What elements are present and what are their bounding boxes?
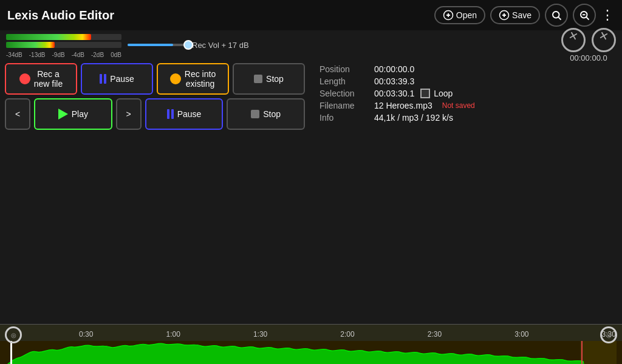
zoom-button[interactable] xyxy=(573,4,596,27)
tape-reel-left xyxy=(561,28,586,52)
info-label: Info xyxy=(320,113,368,123)
timeline-marker-5: 2:30 xyxy=(428,330,442,339)
selection-value: 00:03:30.1 xyxy=(374,89,414,98)
stop-bottom-icon xyxy=(251,110,259,118)
timeline-marker-6: 3:00 xyxy=(514,330,528,339)
main-area: Rec anew file Pause Rec intoexisting Sto… xyxy=(0,59,622,302)
timeline-marker-1: 0:30 xyxy=(79,330,93,339)
pause-bottom-button[interactable]: Pause xyxy=(145,98,224,130)
level-meter-svg xyxy=(6,34,121,49)
stop-top-button[interactable]: Stop xyxy=(233,63,305,95)
app-title: Lexis Audio Editor xyxy=(7,8,114,22)
pause-bottom-icon xyxy=(167,109,174,119)
loop-label: Loop xyxy=(434,89,453,98)
waveform-section[interactable]: 0:30 1:00 1:30 2:00 2:30 3:00 3:30 xyxy=(0,324,622,364)
button-row-top: Rec anew file Pause Rec intoexisting Sto… xyxy=(5,63,305,95)
loop-area: Loop xyxy=(420,89,453,98)
level-label-2: -13dB xyxy=(29,52,46,58)
loop-checkbox[interactable] xyxy=(420,89,430,98)
timeline-labels: 0:30 1:00 1:30 2:00 2:30 3:00 3:30 xyxy=(0,330,622,339)
filename-row: Filename 12 Heroes.mp3 Not saved xyxy=(320,101,612,110)
volume-slider-thumb[interactable] xyxy=(183,40,193,50)
info-value: 44,1k / mp3 / 192 k/s xyxy=(374,113,453,123)
controls-row: -34dB -13dB -9dB -4dB -2dB 0dB Rec Vol +… xyxy=(0,30,622,59)
pause-top-button[interactable]: Pause xyxy=(81,63,153,95)
timeline-marker-4: 2:00 xyxy=(340,330,354,339)
stop-bottom-button[interactable]: Stop xyxy=(227,98,305,130)
level-label-5: -2dB xyxy=(91,52,104,58)
rec-into-label: Rec intoexisting xyxy=(185,69,216,89)
stop-bottom-label: Stop xyxy=(263,109,281,119)
position-value: 00:00:00.0 xyxy=(374,64,414,74)
svg-line-5 xyxy=(586,17,589,19)
volume-slider-fill xyxy=(128,44,173,46)
open-button[interactable]: Open xyxy=(434,6,485,24)
rec-new-file-button[interactable]: Rec anew file xyxy=(5,63,77,95)
marker-pin-left[interactable] xyxy=(2,324,24,346)
level-label-4: -4dB xyxy=(72,52,84,58)
selection-label: Selection xyxy=(320,89,368,98)
info-panel: Position 00:00:00.0 Length 00:03:39.3 Se… xyxy=(310,59,622,302)
pause-top-icon xyxy=(100,74,106,84)
timeline-marker-3: 1:30 xyxy=(253,330,267,339)
button-panel: Rec anew file Pause Rec intoexisting Sto… xyxy=(0,59,310,302)
filename-label: Filename xyxy=(320,101,368,110)
play-button[interactable]: Play xyxy=(34,98,112,130)
header-actions: Open Save ⋮ xyxy=(434,4,615,27)
save-icon xyxy=(499,10,510,21)
spinner-area: 00:00:00.0 xyxy=(561,28,616,62)
waveform-canvas[interactable] xyxy=(0,341,622,364)
volume-label: Rec Vol + 17 dB xyxy=(192,41,249,50)
level-label-3: -9dB xyxy=(52,52,65,58)
pin-circle-left xyxy=(5,326,22,343)
marker-pin-right[interactable] xyxy=(598,324,620,346)
volume-control: Rec Vol + 17 dB xyxy=(128,41,249,50)
svg-point-2 xyxy=(553,12,559,18)
waveform-svg xyxy=(0,341,622,364)
zoom-icon xyxy=(579,10,590,21)
position-row: Position 00:00:00.0 xyxy=(320,64,612,74)
more-button[interactable]: ⋮ xyxy=(601,7,615,23)
selection-row: Selection 00:03:30.1 Loop xyxy=(320,89,612,98)
timeline-marker-2: 1:00 xyxy=(166,330,180,339)
play-label: Play xyxy=(72,109,88,119)
search-button[interactable] xyxy=(545,4,568,27)
button-row-bottom: < Play > Pause Stop xyxy=(5,98,305,130)
tape-reels xyxy=(561,28,616,52)
next-button[interactable]: > xyxy=(116,98,142,130)
level-label-6: 0dB xyxy=(111,52,121,58)
rec-new-icon xyxy=(19,73,30,84)
svg-line-3 xyxy=(558,17,561,19)
info-row: Info 44,1k / mp3 / 192 k/s xyxy=(320,113,612,123)
search-icon xyxy=(551,10,562,21)
length-label: Length xyxy=(320,76,368,86)
not-saved-badge: Not saved xyxy=(442,101,475,110)
position-label: Position xyxy=(320,64,368,74)
tape-reel-right xyxy=(592,28,616,52)
svg-rect-10 xyxy=(6,42,55,48)
length-value: 00:03:39.3 xyxy=(374,76,414,86)
svg-rect-8 xyxy=(6,34,91,40)
pause-bottom-label: Pause xyxy=(177,109,202,119)
filename-value: 12 Heroes.mp3 xyxy=(374,101,432,110)
length-row: Length 00:03:39.3 xyxy=(320,76,612,86)
prev-label: < xyxy=(15,109,20,119)
rec-new-file-label: Rec anew file xyxy=(34,69,63,89)
open-icon xyxy=(443,10,454,21)
pin-circle-right xyxy=(600,326,617,343)
timeline: 0:30 1:00 1:30 2:00 2:30 3:00 3:30 xyxy=(0,324,622,341)
play-icon xyxy=(58,109,68,120)
header: Lexis Audio Editor Open Save ⋮ xyxy=(0,0,622,30)
rec-into-icon xyxy=(170,73,181,84)
rec-into-existing-button[interactable]: Rec intoexisting xyxy=(157,63,229,95)
stop-top-label: Stop xyxy=(266,74,284,84)
save-button[interactable]: Save xyxy=(490,6,540,24)
prev-button[interactable]: < xyxy=(5,98,30,130)
level-meter: -34dB -13dB -9dB -4dB -2dB 0dB xyxy=(6,34,121,56)
volume-slider[interactable] xyxy=(128,44,188,46)
next-label: > xyxy=(126,109,131,119)
level-label-1: -34dB xyxy=(6,52,22,58)
pause-top-label: Pause xyxy=(110,74,134,84)
stop-top-icon xyxy=(254,75,262,83)
